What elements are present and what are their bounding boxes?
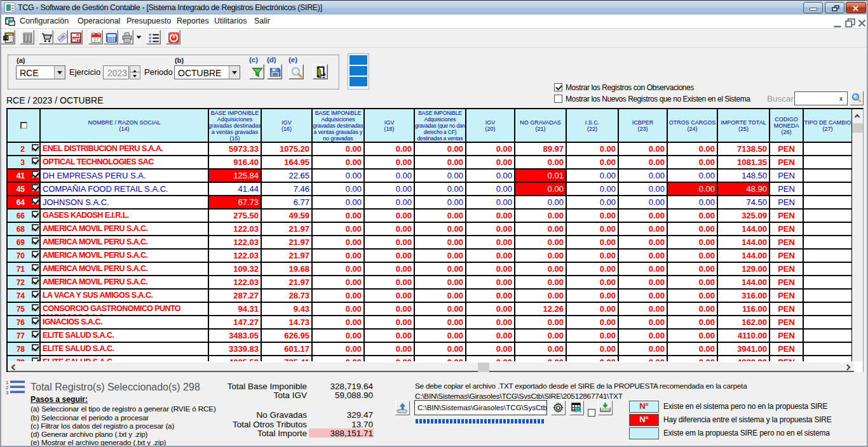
svg-text:17: 17 xyxy=(93,37,98,43)
svg-text:3: 3 xyxy=(6,390,8,396)
